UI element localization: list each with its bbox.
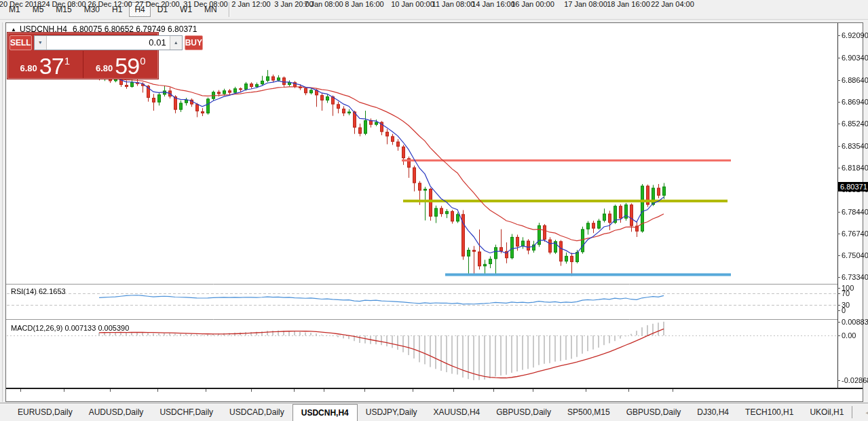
time-axis-label: 16 Jan 00:00 (511, 0, 554, 8)
current-price-label: 6.80371 (838, 182, 868, 191)
rsi-axis-tick: 0 (842, 306, 846, 314)
rsi-axis-tick: 70 (842, 289, 850, 297)
macd-axis-tick: 0.008839 (842, 318, 868, 326)
symbol-tab-tech100[interactable]: TECH100,H1 (737, 403, 801, 421)
price-axis-tick: 6.78440 (842, 208, 868, 216)
time-axis-label: 14 Jan 16:00 (472, 0, 515, 8)
sell-button[interactable]: SELL (10, 35, 32, 50)
toolbar-separator (229, 2, 230, 17)
time-axis-label: 22 Jan 04:00 (651, 0, 694, 8)
buy-button[interactable]: BUY (185, 35, 203, 50)
buy-price-pips: 59 (115, 56, 139, 76)
sell-price-pips: 37 (39, 56, 64, 76)
tab-scroll-nav: ◄► (852, 403, 868, 421)
price-axis-tick: 6.75040 (842, 251, 868, 259)
symbol-tab-usdcad[interactable]: USDCAD,Daily (221, 403, 293, 421)
symbol-tab-sp500[interactable]: SP500,M15 (559, 403, 618, 421)
time-axis-label: 10 Jan 00:00 (391, 0, 434, 8)
one-click-trading-panel: SELL ▾ ▴ BUY 6.80 37 1 6.80 59 0 (7, 32, 159, 79)
volume-input[interactable] (47, 36, 170, 50)
price-axis-tick: 6.83540 (842, 142, 868, 150)
price-axis-tick: 6.92090 (842, 31, 868, 39)
price-axis-tick: 6.86940 (842, 98, 868, 106)
tab-scroll-left-icon[interactable]: ◄ (859, 409, 868, 416)
macd-axis-tick: -0.028683 (842, 376, 868, 384)
buy-price[interactable]: 6.80 59 0 (83, 51, 159, 78)
time-axis-label: 8 Jan 16:00 (345, 0, 384, 8)
time-axis-label: 17 Jan 08:00 (564, 0, 607, 8)
symbol-tab-usdjpy[interactable]: USDJPY,Daily (358, 403, 426, 421)
volume-group: ▾ ▴ (34, 35, 183, 50)
time-axis-label: 2 Jan 12:00 (231, 0, 271, 8)
time-axis-label: 24 Dec 08:00 (41, 0, 86, 8)
symbol-tab-dj30[interactable]: DJ30,H4 (689, 403, 737, 421)
volume-increment-icon[interactable]: ▴ (170, 36, 182, 50)
price-axis-tick: 6.88640 (842, 76, 868, 84)
time-axis-label: 31 Dec 08:00 (183, 0, 227, 8)
tab-nav-separator (852, 406, 852, 418)
price-axis-tick: 6.76740 (842, 230, 868, 238)
price-axis-tick: 6.81840 (842, 164, 868, 172)
macd-axis-tick: 0.00 (842, 331, 856, 340)
macd-title: MACD(12,26,9) 0.007133 0.005390 (11, 324, 129, 332)
price-axis-tick: 6.85240 (842, 120, 868, 128)
symbol-tab-ukoil[interactable]: UKOil,H1 (801, 403, 852, 421)
time-axis-label: 20 Dec 2018 (0, 0, 41, 8)
symbol-tab-usdcnh[interactable]: USDCNH,H4 (293, 404, 358, 421)
one-click-prices: 6.80 37 1 6.80 59 0 (7, 51, 158, 78)
sell-price[interactable]: 6.80 37 1 (7, 51, 83, 78)
window-edge (2, 22, 3, 402)
price-axis-tick: 6.90340 (842, 54, 868, 62)
time-axis-label: 27 Dec 20:00 (135, 0, 179, 8)
one-click-top-row: SELL ▾ ▴ BUY (7, 33, 158, 51)
symbol-tab-gbpusd[interactable]: GBPUSD,Daily (488, 403, 559, 421)
time-axis-label: 26 Dec 12:00 (88, 0, 132, 8)
symbol-tab-audusd[interactable]: AUDUSD,Daily (81, 403, 152, 421)
time-axis-label: 7 Jan 08:00 (304, 0, 343, 8)
app-window: M1M5M15M30H1H4D1W1MN ▲USDCNH,H46.80075 6… (0, 0, 868, 421)
sell-price-base: 6.80 (20, 63, 37, 73)
price-axis-tick: 6.73340 (842, 273, 868, 281)
buy-price-base: 6.80 (96, 63, 113, 73)
symbol-tab-eurusd[interactable]: EURUSD,Daily (10, 403, 81, 421)
symbol-tab-usdchf[interactable]: USDCHF,Daily (151, 403, 221, 421)
symbol-tab-xauusd[interactable]: XAUUSD,H4 (426, 403, 489, 421)
sell-price-point: 1 (64, 55, 70, 67)
buy-price-point: 0 (140, 55, 145, 67)
volume-decrement-icon[interactable]: ▾ (35, 36, 47, 50)
time-axis-label: 18 Jan 16:00 (607, 0, 650, 8)
rsi-title: RSI(14) 62.1653 (11, 287, 66, 295)
symbol-tab-bar: EURUSD,DailyAUDUSD,DailyUSDCHF,DailyUSDC… (0, 403, 868, 421)
time-axis-label: 11 Jan 08:00 (432, 0, 475, 8)
symbol-tab-gbpusd[interactable]: GBPUSD,Daily (618, 403, 690, 421)
